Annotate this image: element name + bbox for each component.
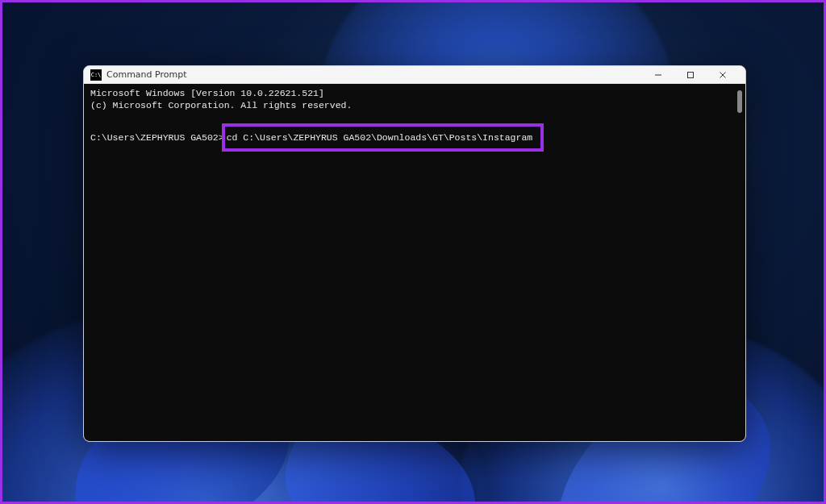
prompt-text: C:\Users\ZEPHYRUS GA502> [90, 131, 224, 144]
terminal-output-line: Microsoft Windows [Version 10.0.22621.52… [90, 87, 745, 99]
terminal-prompt-line: C:\Users\ZEPHYRUS GA502>cd C:\Users\ZEPH… [90, 123, 745, 152]
command-prompt-window[interactable]: C:\ Command Prompt Microsoft Windows [Ve… [83, 65, 746, 442]
terminal-area[interactable]: Microsoft Windows [Version 10.0.22621.52… [84, 84, 745, 441]
window-controls [642, 66, 739, 84]
screenshot-frame: C:\ Command Prompt Microsoft Windows [Ve… [0, 0, 826, 504]
highlighted-command: cd C:\Users\ZEPHYRUS GA502\Downloads\GT\… [222, 123, 544, 152]
title-bar[interactable]: C:\ Command Prompt [84, 66, 745, 84]
close-button[interactable] [707, 66, 739, 84]
maximize-button[interactable] [674, 66, 707, 84]
scrollbar-thumb[interactable] [737, 90, 742, 113]
minimize-button[interactable] [642, 66, 674, 84]
svg-rect-1 [688, 72, 694, 77]
window-title: Command Prompt [106, 69, 642, 80]
cmd-icon: C:\ [90, 69, 102, 81]
terminal-output-line: (c) Microsoft Corporation. All rights re… [90, 99, 745, 111]
